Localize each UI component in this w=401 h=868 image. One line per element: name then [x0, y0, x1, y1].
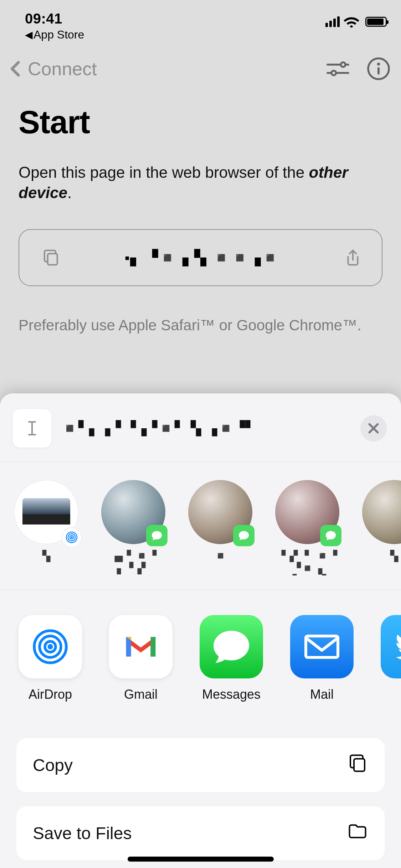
person-name: ▝▖: [38, 550, 55, 562]
person-name: ▝▖: [386, 550, 401, 562]
share-app-gmail[interactable]: Gmail: [109, 615, 173, 702]
back-label: Connect: [28, 58, 97, 79]
return-to-app[interactable]: ◀ App Store: [25, 28, 84, 41]
svg-rect-7: [48, 254, 57, 265]
messages-badge-icon: [146, 525, 168, 546]
share-apps-row[interactable]: AirDropGmailMessagesMailT: [0, 590, 401, 723]
text-cursor-icon: [22, 419, 42, 438]
page-content: Start Open this page in the web browser …: [0, 93, 401, 334]
share-person[interactable]: ◾: [188, 480, 252, 575]
battery-icon: [365, 17, 387, 27]
svg-point-15: [48, 644, 53, 650]
back-triangle-icon: ◀: [25, 29, 33, 41]
share-app-mail[interactable]: Mail: [290, 615, 354, 702]
folder-icon: [347, 821, 368, 846]
return-app-label: App Store: [34, 28, 84, 41]
chevron-left-icon: [6, 59, 26, 78]
page-title: Start: [19, 104, 382, 141]
navigation-bar: Connect: [0, 53, 401, 84]
device-avatar: [14, 480, 78, 544]
svg-point-3: [331, 71, 336, 75]
close-button[interactable]: [360, 415, 387, 441]
share-app-messages[interactable]: Messages: [200, 615, 263, 702]
share-actions-list: CopySave to Files: [0, 723, 401, 860]
share-app-airdrop[interactable]: AirDrop: [19, 615, 82, 702]
share-url-block[interactable]: ▪▖ ▝◾▗▝▖◾◾▗◾: [19, 229, 382, 286]
messages-badge-icon: [320, 525, 341, 546]
twitter-icon: [381, 615, 401, 678]
copy-icon: [347, 753, 368, 778]
app-label: AirDrop: [29, 687, 72, 702]
svg-point-11: [71, 537, 73, 538]
page-lead: Open this page in the web browser of the…: [19, 162, 382, 203]
svg-point-5: [377, 63, 380, 66]
svg-rect-19: [354, 759, 365, 771]
share-people-row[interactable]: ▝▖▗▖▘◾▝ ▖▝▗▘◾▝▗▘ ▘ ◾▝ ▝◾▗ ▝◾▖▝▝▖: [0, 462, 401, 590]
share-content-thumb: [13, 409, 51, 448]
status-bar: 09:41 ◀ App Store: [0, 0, 401, 50]
svg-rect-18: [306, 636, 338, 657]
person-name: ◾: [214, 550, 227, 562]
person-avatar: [101, 480, 165, 544]
share-person[interactable]: ▗▖▘◾▝ ▖▝▗▘: [101, 480, 165, 575]
messages-icon: [200, 615, 263, 678]
share-url-text: ▪▖ ▝◾▗▝▖◾◾▗◾: [61, 249, 343, 266]
close-icon: [365, 420, 382, 436]
airdrop-badge-icon: [62, 527, 82, 547]
action-copy[interactable]: Copy: [16, 738, 385, 792]
app-label: Mail: [310, 687, 334, 702]
person-avatar: [275, 480, 339, 544]
share-sheet: ◾▘▖▗▝ ▝▗▝◾▘▝▖▗◾▝▘ ▝▖▗▖▘◾▝ ▖▝▗▘◾▝▗▘ ▘ ◾▝ …: [0, 393, 401, 868]
status-time: 09:41: [25, 11, 84, 27]
svg-point-1: [341, 62, 345, 67]
share-person[interactable]: ▝▗▘ ▘ ◾▝ ▝◾▗ ▝◾▖▝: [275, 480, 339, 575]
cellular-signal-icon: [325, 16, 340, 27]
action-label: Save to Files: [33, 823, 132, 843]
svg-rect-6: [377, 67, 380, 74]
copy-icon[interactable]: [42, 248, 61, 267]
app-label: Messages: [202, 687, 261, 702]
share-sheet-header: ◾▘▖▗▝ ▝▗▝◾▘▝▖▗◾▝▘: [0, 393, 401, 462]
messages-badge-icon: [233, 525, 255, 546]
app-label: Gmail: [124, 687, 158, 702]
svg-rect-16: [126, 637, 131, 657]
person-avatar: [188, 480, 252, 544]
person-avatar: [362, 480, 401, 544]
share-person[interactable]: ▝▖: [14, 480, 78, 575]
action-save-to-files[interactable]: Save to Files: [16, 806, 385, 860]
share-person[interactable]: ▝▖: [362, 480, 401, 575]
svg-rect-17: [151, 637, 156, 657]
action-label: Copy: [33, 755, 73, 775]
share-icon[interactable]: [343, 248, 363, 267]
mail-icon: [290, 615, 354, 678]
page-hint: Preferably use Apple Safari™ or Google C…: [19, 317, 382, 334]
settings-sliders-icon[interactable]: [325, 56, 350, 81]
wifi-icon: [343, 14, 360, 30]
person-name: ▗▖▘◾▝ ▖▝▗▘: [101, 550, 165, 574]
info-icon[interactable]: [366, 56, 391, 81]
share-app-twitter[interactable]: T: [381, 615, 401, 702]
gmail-icon: [109, 615, 173, 678]
home-indicator[interactable]: [128, 857, 274, 862]
person-name: ▝▗▘ ▘ ◾▝ ▝◾▗ ▝◾▖▝: [275, 550, 339, 575]
airdrop-icon: [19, 615, 82, 678]
status-indicators: [325, 14, 387, 30]
back-button[interactable]: Connect: [6, 58, 97, 79]
share-content-label: ◾▘▖▗▝ ▝▗▝◾▘▝▖▗◾▝▘: [61, 420, 350, 436]
